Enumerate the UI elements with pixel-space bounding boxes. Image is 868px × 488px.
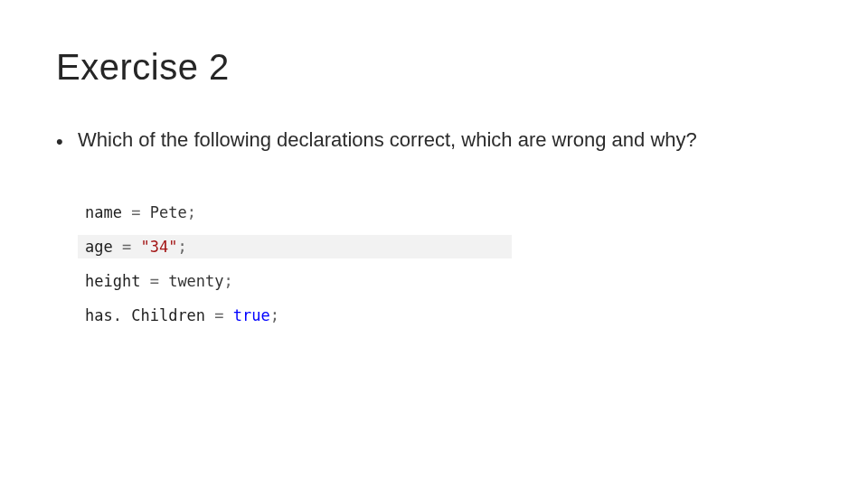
- code-token: name: [85, 203, 122, 221]
- code-token: ;: [224, 272, 233, 290]
- code-token: =: [205, 306, 233, 324]
- code-token: twenty: [168, 272, 223, 290]
- code-token: Pete: [150, 203, 187, 221]
- bullet-item: • Which of the following declarations co…: [56, 127, 797, 155]
- code-token: .: [113, 306, 131, 324]
- code-token: ;: [177, 238, 186, 256]
- code-token: =: [140, 272, 168, 290]
- code-block: name = Pete;age = "34";height = twenty;h…: [78, 201, 512, 338]
- code-token: Children: [131, 306, 205, 324]
- code-token: true: [233, 306, 270, 324]
- bullet-marker: •: [56, 127, 78, 155]
- slide-title: Exercise 2: [56, 47, 230, 88]
- slide: Exercise 2 • Which of the following decl…: [0, 0, 868, 488]
- code-line: age = "34";: [78, 235, 512, 258]
- code-token: age: [85, 238, 113, 256]
- code-line: name = Pete;: [78, 201, 512, 224]
- code-token: ;: [270, 306, 279, 324]
- code-token: has: [85, 306, 113, 324]
- code-token: ;: [187, 203, 196, 221]
- code-line: height = twenty;: [78, 269, 512, 293]
- code-line: has. Children = true;: [78, 304, 512, 327]
- code-token: =: [113, 238, 141, 256]
- bullet-text: Which of the following declarations corr…: [78, 127, 797, 154]
- code-token: height: [85, 272, 140, 290]
- code-token: "34": [140, 238, 177, 256]
- code-token: =: [122, 203, 150, 221]
- slide-body: • Which of the following declarations co…: [56, 127, 797, 155]
